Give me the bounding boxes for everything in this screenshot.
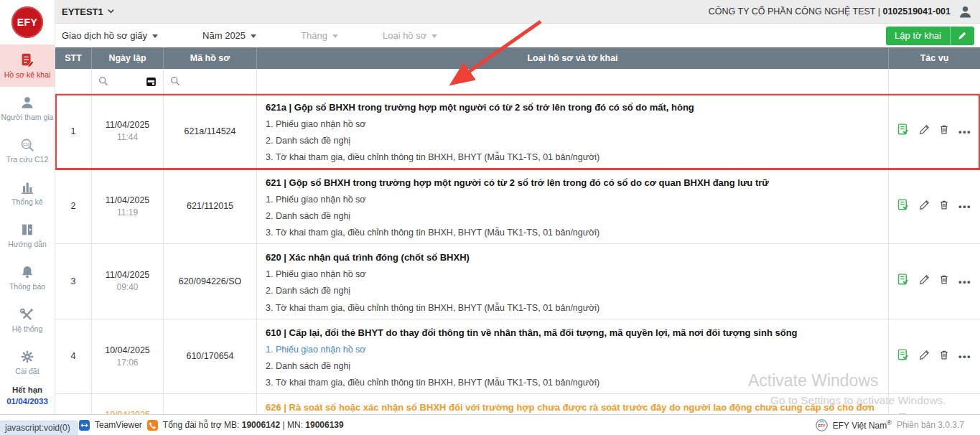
ellipsis-icon: •••: [958, 275, 971, 288]
declaration-item: 3. Tờ khai tham gia, điều chỉnh thông ti…: [266, 226, 879, 239]
cell-type: 626 | Rà soát sổ hoặc xác nhận sổ BHXH đ…: [257, 394, 889, 414]
view-declaration-button[interactable]: [897, 199, 910, 214]
more-button[interactable]: •••: [958, 350, 971, 362]
edit-button[interactable]: [919, 274, 930, 288]
edit-button[interactable]: [919, 124, 930, 138]
sidebar-item-huong-dan[interactable]: Hướng dẫn: [0, 214, 55, 256]
more-button[interactable]: •••: [958, 275, 971, 288]
support-mn-number: 19006139: [305, 420, 343, 430]
svg-text:C12: C12: [23, 143, 29, 146]
company-name: CÔNG TY CỔ PHẦN CÔNG NGHỆ TEST | 0102519…: [709, 6, 951, 17]
cell-actions: •••: [889, 394, 980, 414]
calendar-icon[interactable]: [146, 76, 157, 87]
filter-dropdown-2[interactable]: Tháng: [301, 30, 338, 41]
sidebar-item-label: Người tham gia: [1, 113, 54, 122]
document-edit-icon: [19, 52, 35, 69]
declaration-item: 1. Phiếu giao nhận hồ sơ: [266, 118, 879, 131]
view-declaration-button[interactable]: [897, 349, 910, 364]
table-row: 211/04/202511:19621/112015621 | Gộp sổ B…: [55, 169, 980, 245]
filter-cell-stt: [55, 69, 92, 93]
cell-date: 11/04/202511:19: [92, 169, 164, 244]
sidebar-item-he-thong[interactable]: Hệ thống: [0, 299, 55, 341]
column-header-code: Mã hồ sơ: [164, 47, 257, 69]
filter-group: Giao dịch hồ sơ giấyNăm 2025ThángLoại hồ…: [62, 30, 482, 41]
declaration-item: 2. Danh sách đề nghị: [266, 284, 879, 297]
edit-button[interactable]: [919, 350, 930, 363]
cell-type: 610 | Cấp lại, đổi thẻ BHYT do thay đổi …: [257, 319, 889, 394]
sidebar-item-tra-cuu-c12[interactable]: C12Tra cứu C12: [0, 129, 55, 172]
doc-check-icon: [897, 199, 910, 214]
create-declaration-button[interactable]: Lập tờ khai: [886, 27, 974, 45]
support-mb-label: MB:: [224, 420, 239, 430]
efy-logo-icon: EFY: [11, 6, 43, 38]
gear-icon: [19, 348, 35, 365]
table-row: 311/04/202509:40620/094226/SO620 | Xác n…: [55, 244, 980, 319]
delete-button[interactable]: [939, 124, 949, 138]
browser-link-hint: javascript:void(0): [0, 421, 78, 435]
cell-date: 11/04/202509:40: [92, 244, 164, 319]
teamviewer-label[interactable]: TeamViewer: [95, 420, 142, 430]
delete-button[interactable]: [939, 200, 949, 213]
doc-check-icon: [897, 273, 910, 289]
date-filter-input[interactable]: [92, 69, 164, 93]
code-filter-input[interactable]: [164, 69, 257, 93]
expiry-label: Hết hạn: [0, 385, 55, 396]
more-button[interactable]: •••: [958, 200, 971, 212]
declaration-title: 626 | Rà soát sổ hoặc xác nhận sổ BHXH đ…: [266, 401, 879, 414]
top-bar: EYTEST1 CÔNG TY CỔ PHẦN CÔNG NGHỆ TEST |…: [55, 0, 980, 24]
efy-footer-logo-icon: EFY: [816, 419, 828, 431]
pencil-icon: [919, 350, 930, 363]
view-declaration-button[interactable]: [897, 123, 910, 139]
sidebar-item-nguoi-tham-gia[interactable]: Người tham gia: [0, 87, 55, 129]
sidebar-item-ho-so-ke-khai[interactable]: Hồ sơ kê khai: [0, 45, 55, 87]
declaration-title: 621 | Gộp sổ BHXH trong trường hợp một n…: [266, 177, 879, 190]
caret-down-icon: [431, 34, 437, 38]
filter-dropdown-3[interactable]: Loại hồ sơ: [383, 30, 437, 41]
user-menu-button[interactable]: [958, 4, 973, 19]
support-mn-label: MN:: [287, 420, 303, 430]
table-body: 111/04/202511:44621a/114524621a | Gộp sổ…: [55, 94, 980, 414]
cell-date: 11/04/202511:44: [92, 94, 164, 169]
declaration-title: 621a | Gộp sổ BHXH trong trường hợp một …: [266, 101, 879, 114]
declaration-item: 1. Phiếu giao nhận hồ sơ: [266, 193, 879, 206]
column-header-stt: STT: [55, 47, 92, 69]
more-button[interactable]: •••: [958, 125, 971, 138]
sidebar-nav: Hồ sơ kê khaiNgười tham giaC12Tra cứu C1…: [0, 45, 55, 383]
pencil-icon: [919, 124, 930, 138]
cell-code: 621/112015: [164, 169, 257, 244]
sidebar-item-label: Hồ sơ kê khai: [4, 71, 51, 80]
delete-button[interactable]: [939, 274, 949, 288]
tools-icon: [19, 306, 35, 323]
sidebar-item-cai-dat[interactable]: Cài đặt: [0, 341, 55, 383]
view-declaration-button[interactable]: [897, 273, 910, 289]
phone-icon: [147, 420, 158, 431]
cell-type: 621a | Gộp sổ BHXH trong trường hợp một …: [257, 94, 889, 169]
cell-code: 610/170654: [164, 319, 257, 394]
sidebar-item-label: Thông báo: [9, 283, 45, 291]
filter-cell-actions: [889, 69, 980, 93]
book-icon: [19, 221, 35, 238]
trash-icon: [939, 350, 949, 363]
sidebar: EFY Hồ sơ kê khaiNgười tham giaC12Tra cứ…: [0, 0, 55, 414]
time-value: 17:06: [116, 357, 138, 368]
cell-type: 621 | Gộp sổ BHXH trong trường hợp một n…: [257, 169, 889, 244]
sidebar-item-thong-bao[interactable]: Thông báo: [0, 256, 55, 299]
table-header-row: STT Ngày lập Mã hồ sơ Loại hồ sơ và tờ k…: [55, 47, 980, 69]
cell-stt: 1: [55, 94, 92, 169]
edit-button[interactable]: [919, 200, 930, 213]
filter-dropdown-0[interactable]: Giao dịch hồ sơ giấy: [62, 30, 158, 41]
declaration-item-link[interactable]: 1. Phiếu giao nhận hồ sơ: [266, 343, 879, 356]
table-filter-row: [55, 69, 980, 94]
account-dropdown[interactable]: EYTEST1: [62, 6, 115, 17]
delete-button[interactable]: [939, 350, 949, 363]
account-name: EYTEST1: [62, 6, 103, 17]
date-value: 11/04/2025: [106, 269, 150, 281]
cell-stt: 2: [55, 169, 92, 244]
filter-toolbar: Giao dịch hồ sơ giấyNăm 2025ThángLoại hồ…: [55, 24, 980, 47]
cell-type: 620 | Xác nhận quá trình đóng (chốt sổ B…: [257, 244, 889, 319]
filter-dropdown-1[interactable]: Năm 2025: [202, 30, 256, 41]
cell-date: 10/04/202516:10: [92, 394, 164, 414]
efy-logo[interactable]: EFY: [0, 0, 55, 45]
sidebar-item-thong-ke[interactable]: Thống kê: [0, 172, 55, 214]
caret-down-icon: [152, 34, 158, 38]
